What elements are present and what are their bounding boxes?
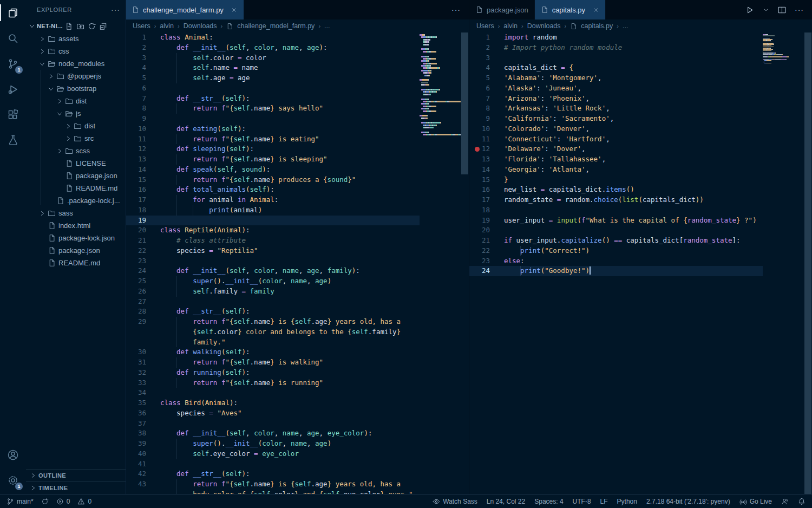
- status-go-live[interactable]: Go Live: [739, 498, 772, 505]
- refresh-icon[interactable]: [88, 22, 96, 30]
- testing-icon[interactable]: [0, 127, 26, 153]
- line-number[interactable]: 2: [469, 43, 504, 53]
- breadcrumb-filename[interactable]: challenge_model_farm.py: [237, 22, 315, 30]
- breadcrumb-filename[interactable]: capitals.py: [581, 22, 613, 30]
- line-number[interactable]: 4: [126, 63, 160, 73]
- status-feedback[interactable]: [781, 498, 789, 505]
- line-number[interactable]: 15: [126, 175, 160, 185]
- tab-package.json[interactable]: package.json: [469, 0, 535, 19]
- breadcrumb-segment[interactable]: Downloads: [184, 22, 217, 30]
- split-editor-icon[interactable]: [777, 5, 787, 15]
- line-number[interactable]: 23: [469, 256, 504, 266]
- status-encoding[interactable]: UTF-8: [573, 498, 591, 505]
- status-warnings[interactable]: 0: [77, 498, 91, 505]
- breadcrumb-segment[interactable]: alvin: [160, 22, 174, 30]
- status-sync[interactable]: [41, 498, 49, 505]
- line-number[interactable]: 19: [126, 216, 160, 226]
- breadcrumb-tail[interactable]: ...: [324, 22, 330, 30]
- close-icon[interactable]: [231, 6, 238, 14]
- line-number[interactable]: 5: [469, 73, 504, 83]
- line-number[interactable]: 16: [469, 185, 504, 195]
- line-number[interactable]: 24: [469, 266, 504, 276]
- settings-icon[interactable]: 1: [0, 467, 26, 493]
- run-and-debug-icon[interactable]: [0, 76, 26, 102]
- line-number[interactable]: 37: [126, 419, 160, 429]
- workspace-section-header[interactable]: NET-NI...: [26, 19, 126, 32]
- line-number[interactable]: 8: [469, 103, 504, 114]
- tree-item-README.md[interactable]: README.md: [26, 257, 126, 269]
- status-indentation[interactable]: Spaces: 4: [534, 498, 563, 505]
- line-number[interactable]: 40: [126, 449, 160, 459]
- line-number[interactable]: 13: [126, 154, 160, 165]
- status-watch-sass[interactable]: Watch Sass: [433, 498, 477, 505]
- line-number[interactable]: 23: [126, 256, 160, 266]
- line-number[interactable]: 2: [126, 43, 160, 53]
- line-number[interactable]: 27: [126, 297, 160, 307]
- line-number[interactable]: 32: [126, 368, 160, 378]
- tree-item-sass[interactable]: sass: [26, 207, 126, 219]
- line-number[interactable]: 17: [126, 195, 160, 205]
- breadcrumb-segment[interactable]: Downloads: [527, 22, 561, 30]
- line-number[interactable]: 9: [126, 114, 160, 124]
- right-group-editor[interactable]: 1import random2# Import python random mo…: [469, 32, 812, 494]
- line-number[interactable]: 20: [469, 225, 504, 236]
- tab-challenge_model_farm.py[interactable]: challenge_model_farm.py: [126, 0, 244, 19]
- extensions-icon[interactable]: [0, 102, 26, 127]
- line-number[interactable]: 7: [469, 94, 504, 104]
- tree-item-node-modules[interactable]: node_modules: [26, 57, 126, 70]
- line-number[interactable]: 33: [126, 378, 160, 388]
- vertical-scrollbar[interactable]: [804, 32, 812, 494]
- explorer-more-icon[interactable]: ···: [111, 5, 120, 14]
- tree-item-assets[interactable]: assets: [26, 32, 126, 45]
- timeline-panel-header[interactable]: TIMELINE: [26, 481, 126, 494]
- breadcrumb-segment[interactable]: Users: [133, 22, 150, 30]
- line-number[interactable]: 38: [126, 428, 160, 439]
- scrollbar-thumb[interactable]: [461, 32, 468, 174]
- status-python-interpreter[interactable]: 2.7.18 64-bit ('2.7.18': pyenv): [646, 498, 730, 505]
- tree-item-index.html[interactable]: index.html: [26, 219, 126, 232]
- minimap[interactable]: [420, 32, 461, 494]
- line-number[interactable]: 20: [126, 225, 160, 236]
- line-number[interactable]: 7: [126, 94, 160, 104]
- line-number[interactable]: 34: [126, 388, 160, 398]
- line-number[interactable]: 3: [469, 53, 504, 63]
- run-python-file-icon[interactable]: [745, 5, 755, 15]
- line-number[interactable]: 1: [126, 32, 160, 43]
- more-actions-icon[interactable]: ···: [451, 5, 461, 14]
- line-number[interactable]: 41: [126, 459, 160, 470]
- search-icon[interactable]: [0, 25, 26, 51]
- line-number[interactable]: 24: [126, 266, 160, 276]
- minimap[interactable]: [763, 32, 804, 494]
- line-number[interactable]: 43: [126, 479, 160, 494]
- collapse-icon[interactable]: [99, 22, 107, 30]
- line-number[interactable]: 35: [126, 398, 160, 408]
- line-number[interactable]: 42: [126, 469, 160, 479]
- more-actions-icon[interactable]: ···: [795, 5, 804, 14]
- line-number[interactable]: 18: [126, 205, 160, 216]
- line-number[interactable]: 26: [126, 286, 160, 297]
- line-number[interactable]: 30: [126, 347, 160, 357]
- line-number[interactable]: 6: [126, 83, 160, 94]
- vertical-scrollbar[interactable]: [461, 32, 469, 494]
- line-number[interactable]: 8: [126, 103, 160, 114]
- accounts-icon[interactable]: [0, 442, 26, 467]
- tree-item-css[interactable]: css: [26, 45, 126, 57]
- line-number[interactable]: 14: [469, 165, 504, 175]
- line-number[interactable]: 21: [126, 236, 160, 246]
- close-icon[interactable]: [592, 6, 599, 14]
- line-number[interactable]: 29: [126, 317, 160, 347]
- line-number[interactable]: 21: [469, 236, 504, 246]
- code-area[interactable]: 1class Animal:2def __init__(self, color,…: [126, 32, 461, 494]
- line-number[interactable]: 14: [126, 165, 160, 175]
- line-number[interactable]: 31: [126, 357, 160, 368]
- breadcrumb-segment[interactable]: alvin: [503, 22, 518, 30]
- line-number[interactable]: 28: [126, 307, 160, 317]
- tab-capitals.py[interactable]: capitals.py: [535, 0, 606, 19]
- line-number[interactable]: 13: [469, 154, 504, 165]
- tree-item-package.json[interactable]: package.json: [26, 244, 126, 257]
- line-number[interactable]: 12: [126, 144, 160, 154]
- line-number[interactable]: 16: [126, 185, 160, 195]
- line-number[interactable]: 4: [469, 63, 504, 73]
- line-number[interactable]: 25: [126, 276, 160, 286]
- left-group-editor[interactable]: 1class Animal:2def __init__(self, color,…: [126, 32, 469, 494]
